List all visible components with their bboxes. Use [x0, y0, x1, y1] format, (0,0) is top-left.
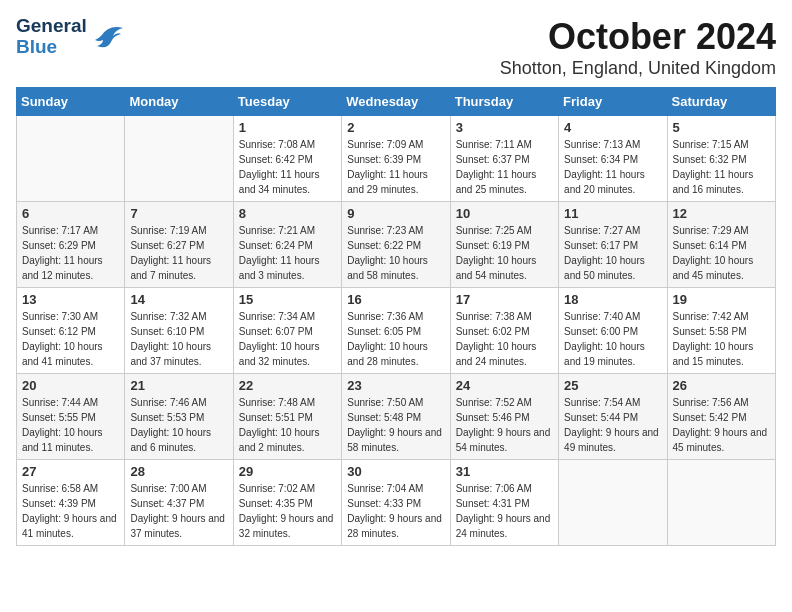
calendar-cell: 12Sunrise: 7:29 AMSunset: 6:14 PMDayligh…: [667, 202, 775, 288]
day-detail: Sunrise: 7:52 AMSunset: 5:46 PMDaylight:…: [456, 397, 551, 453]
day-header: Friday: [559, 88, 667, 116]
calendar-cell: 2Sunrise: 7:09 AMSunset: 6:39 PMDaylight…: [342, 116, 450, 202]
day-header: Wednesday: [342, 88, 450, 116]
calendar-cell: 10Sunrise: 7:25 AMSunset: 6:19 PMDayligh…: [450, 202, 558, 288]
calendar-body: 1Sunrise: 7:08 AMSunset: 6:42 PMDaylight…: [17, 116, 776, 546]
day-number: 26: [673, 378, 770, 393]
day-detail: Sunrise: 7:21 AMSunset: 6:24 PMDaylight:…: [239, 225, 320, 281]
day-detail: Sunrise: 7:08 AMSunset: 6:42 PMDaylight:…: [239, 139, 320, 195]
day-number: 22: [239, 378, 336, 393]
day-detail: Sunrise: 7:44 AMSunset: 5:55 PMDaylight:…: [22, 397, 103, 453]
day-number: 21: [130, 378, 227, 393]
calendar-cell: 6Sunrise: 7:17 AMSunset: 6:29 PMDaylight…: [17, 202, 125, 288]
day-number: 23: [347, 378, 444, 393]
calendar-cell: 13Sunrise: 7:30 AMSunset: 6:12 PMDayligh…: [17, 288, 125, 374]
calendar-cell: 14Sunrise: 7:32 AMSunset: 6:10 PMDayligh…: [125, 288, 233, 374]
calendar-cell: 3Sunrise: 7:11 AMSunset: 6:37 PMDaylight…: [450, 116, 558, 202]
calendar-cell: 19Sunrise: 7:42 AMSunset: 5:58 PMDayligh…: [667, 288, 775, 374]
day-number: 27: [22, 464, 119, 479]
calendar-cell: 7Sunrise: 7:19 AMSunset: 6:27 PMDaylight…: [125, 202, 233, 288]
day-number: 29: [239, 464, 336, 479]
day-number: 17: [456, 292, 553, 307]
calendar-week-row: 6Sunrise: 7:17 AMSunset: 6:29 PMDaylight…: [17, 202, 776, 288]
day-number: 9: [347, 206, 444, 221]
calendar-cell: 24Sunrise: 7:52 AMSunset: 5:46 PMDayligh…: [450, 374, 558, 460]
calendar-cell: [125, 116, 233, 202]
day-detail: Sunrise: 7:32 AMSunset: 6:10 PMDaylight:…: [130, 311, 211, 367]
day-detail: Sunrise: 7:30 AMSunset: 6:12 PMDaylight:…: [22, 311, 103, 367]
calendar-cell: 8Sunrise: 7:21 AMSunset: 6:24 PMDaylight…: [233, 202, 341, 288]
calendar-cell: 17Sunrise: 7:38 AMSunset: 6:02 PMDayligh…: [450, 288, 558, 374]
logo-blue: Blue: [16, 37, 87, 58]
day-detail: Sunrise: 7:11 AMSunset: 6:37 PMDaylight:…: [456, 139, 537, 195]
day-number: 5: [673, 120, 770, 135]
day-number: 14: [130, 292, 227, 307]
day-number: 18: [564, 292, 661, 307]
day-detail: Sunrise: 7:04 AMSunset: 4:33 PMDaylight:…: [347, 483, 442, 539]
day-detail: Sunrise: 7:54 AMSunset: 5:44 PMDaylight:…: [564, 397, 659, 453]
calendar-subtitle: Shotton, England, United Kingdom: [500, 58, 776, 79]
calendar-cell: 9Sunrise: 7:23 AMSunset: 6:22 PMDaylight…: [342, 202, 450, 288]
day-detail: Sunrise: 7:40 AMSunset: 6:00 PMDaylight:…: [564, 311, 645, 367]
day-detail: Sunrise: 7:56 AMSunset: 5:42 PMDaylight:…: [673, 397, 768, 453]
day-number: 13: [22, 292, 119, 307]
calendar-cell: 16Sunrise: 7:36 AMSunset: 6:05 PMDayligh…: [342, 288, 450, 374]
calendar-cell: 26Sunrise: 7:56 AMSunset: 5:42 PMDayligh…: [667, 374, 775, 460]
calendar-cell: 28Sunrise: 7:00 AMSunset: 4:37 PMDayligh…: [125, 460, 233, 546]
day-number: 28: [130, 464, 227, 479]
calendar-cell: 30Sunrise: 7:04 AMSunset: 4:33 PMDayligh…: [342, 460, 450, 546]
calendar-cell: 5Sunrise: 7:15 AMSunset: 6:32 PMDaylight…: [667, 116, 775, 202]
day-detail: Sunrise: 7:02 AMSunset: 4:35 PMDaylight:…: [239, 483, 334, 539]
logo: General Blue: [16, 16, 125, 58]
calendar-cell: 23Sunrise: 7:50 AMSunset: 5:48 PMDayligh…: [342, 374, 450, 460]
day-number: 6: [22, 206, 119, 221]
day-number: 12: [673, 206, 770, 221]
day-header: Saturday: [667, 88, 775, 116]
day-detail: Sunrise: 7:36 AMSunset: 6:05 PMDaylight:…: [347, 311, 428, 367]
title-area: October 2024 Shotton, England, United Ki…: [500, 16, 776, 79]
day-detail: Sunrise: 7:25 AMSunset: 6:19 PMDaylight:…: [456, 225, 537, 281]
day-header: Tuesday: [233, 88, 341, 116]
day-number: 4: [564, 120, 661, 135]
calendar-cell: 15Sunrise: 7:34 AMSunset: 6:07 PMDayligh…: [233, 288, 341, 374]
logo-general: General: [16, 16, 87, 37]
calendar-week-row: 1Sunrise: 7:08 AMSunset: 6:42 PMDaylight…: [17, 116, 776, 202]
calendar-table: SundayMondayTuesdayWednesdayThursdayFrid…: [16, 87, 776, 546]
day-detail: Sunrise: 7:42 AMSunset: 5:58 PMDaylight:…: [673, 311, 754, 367]
day-number: 15: [239, 292, 336, 307]
day-detail: Sunrise: 7:46 AMSunset: 5:53 PMDaylight:…: [130, 397, 211, 453]
calendar-cell: 20Sunrise: 7:44 AMSunset: 5:55 PMDayligh…: [17, 374, 125, 460]
day-detail: Sunrise: 7:23 AMSunset: 6:22 PMDaylight:…: [347, 225, 428, 281]
calendar-header-row: SundayMondayTuesdayWednesdayThursdayFrid…: [17, 88, 776, 116]
day-detail: Sunrise: 7:00 AMSunset: 4:37 PMDaylight:…: [130, 483, 225, 539]
day-detail: Sunrise: 7:50 AMSunset: 5:48 PMDaylight:…: [347, 397, 442, 453]
day-detail: Sunrise: 7:13 AMSunset: 6:34 PMDaylight:…: [564, 139, 645, 195]
day-number: 1: [239, 120, 336, 135]
logo-bird-icon: [93, 22, 125, 54]
day-detail: Sunrise: 7:34 AMSunset: 6:07 PMDaylight:…: [239, 311, 320, 367]
calendar-cell: 29Sunrise: 7:02 AMSunset: 4:35 PMDayligh…: [233, 460, 341, 546]
day-number: 20: [22, 378, 119, 393]
day-number: 3: [456, 120, 553, 135]
calendar-cell: 22Sunrise: 7:48 AMSunset: 5:51 PMDayligh…: [233, 374, 341, 460]
day-header: Thursday: [450, 88, 558, 116]
calendar-cell: [559, 460, 667, 546]
calendar-cell: 4Sunrise: 7:13 AMSunset: 6:34 PMDaylight…: [559, 116, 667, 202]
calendar-cell: 27Sunrise: 6:58 AMSunset: 4:39 PMDayligh…: [17, 460, 125, 546]
calendar-week-row: 20Sunrise: 7:44 AMSunset: 5:55 PMDayligh…: [17, 374, 776, 460]
calendar-cell: 21Sunrise: 7:46 AMSunset: 5:53 PMDayligh…: [125, 374, 233, 460]
calendar-cell: 1Sunrise: 7:08 AMSunset: 6:42 PMDaylight…: [233, 116, 341, 202]
day-detail: Sunrise: 7:06 AMSunset: 4:31 PMDaylight:…: [456, 483, 551, 539]
calendar-cell: [667, 460, 775, 546]
calendar-cell: 18Sunrise: 7:40 AMSunset: 6:00 PMDayligh…: [559, 288, 667, 374]
day-detail: Sunrise: 7:29 AMSunset: 6:14 PMDaylight:…: [673, 225, 754, 281]
calendar-week-row: 13Sunrise: 7:30 AMSunset: 6:12 PMDayligh…: [17, 288, 776, 374]
day-detail: Sunrise: 7:17 AMSunset: 6:29 PMDaylight:…: [22, 225, 103, 281]
day-number: 10: [456, 206, 553, 221]
day-number: 8: [239, 206, 336, 221]
calendar-cell: 31Sunrise: 7:06 AMSunset: 4:31 PMDayligh…: [450, 460, 558, 546]
calendar-week-row: 27Sunrise: 6:58 AMSunset: 4:39 PMDayligh…: [17, 460, 776, 546]
day-detail: Sunrise: 7:15 AMSunset: 6:32 PMDaylight:…: [673, 139, 754, 195]
calendar-cell: 25Sunrise: 7:54 AMSunset: 5:44 PMDayligh…: [559, 374, 667, 460]
calendar-title: October 2024: [500, 16, 776, 58]
